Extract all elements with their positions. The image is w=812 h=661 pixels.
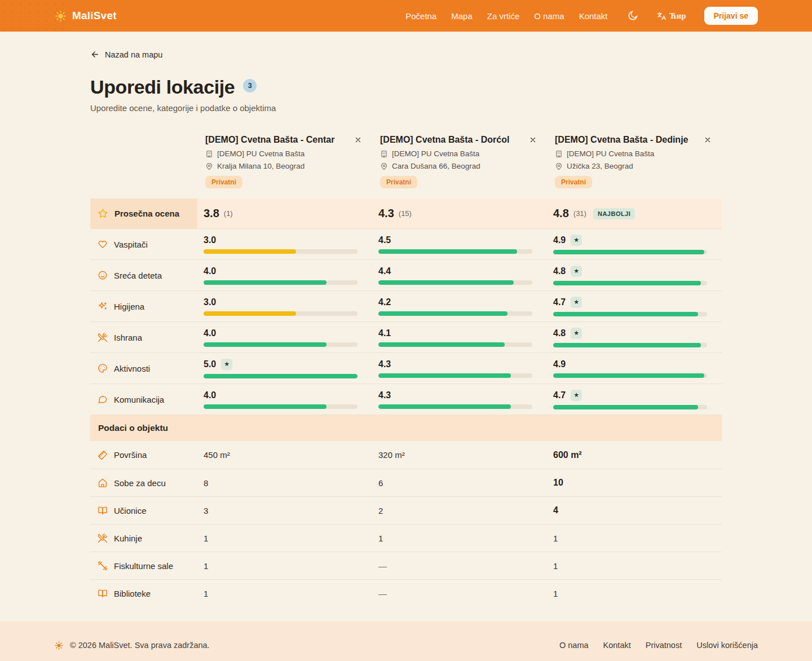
rating-bar — [553, 250, 707, 254]
nav-za-vrtice[interactable]: Za vrtiće — [487, 11, 520, 21]
rating-cell: 4.8★ — [547, 266, 722, 285]
type-badge: Privatni — [555, 176, 592, 188]
review-count: (31) — [573, 209, 586, 218]
facility-value: 6 — [372, 478, 547, 488]
signin-button[interactable]: Prijavi se — [704, 7, 758, 25]
back-link-label: Nazad na mapu — [105, 50, 162, 59]
rating-cell: 4.0★ — [197, 390, 372, 409]
rating-bar — [204, 374, 358, 378]
score-value: 4.7 — [553, 390, 566, 400]
score-value: 4.8 — [553, 266, 566, 276]
rating-bar — [553, 343, 707, 347]
rating-cell: 4.8★ — [547, 328, 722, 347]
facility-value: 450 m² — [197, 450, 372, 460]
review-count: (15) — [399, 209, 412, 218]
rating-cell: 4.3★ — [372, 359, 547, 378]
brand-logo[interactable]: MaliSvet — [54, 10, 117, 23]
facility-value: 1 — [197, 534, 372, 543]
row-label-cell: Učionice — [90, 505, 197, 515]
rating-cell: 4.9★ — [547, 235, 722, 254]
compare-count-badge: 3 — [243, 79, 257, 92]
score-value: 4.3 — [378, 359, 391, 369]
rating-row-komunikacija: Komunikacija 4.0★ 4.3★ 4.7★ — [90, 384, 722, 415]
moon-icon — [627, 10, 638, 21]
smiley-icon — [98, 270, 108, 280]
language-toggle[interactable]: Ћир — [656, 11, 686, 21]
remove-location-button[interactable] — [528, 135, 538, 145]
building-icon — [205, 150, 213, 158]
row-label-cell: Fiskulturne sale — [90, 561, 197, 571]
row-label-cell: Prosečna ocena — [90, 199, 197, 228]
rating-bar — [378, 342, 532, 347]
row-label-cell: Sobe za decu — [90, 478, 197, 488]
row-label-cell: Higijena — [90, 301, 197, 311]
dumbbell-icon — [98, 561, 108, 571]
facility-section-header: Podaci o objektu — [90, 415, 722, 441]
palette-icon — [98, 363, 108, 373]
rating-bar — [204, 311, 358, 316]
score-value: 4.0 — [204, 328, 216, 338]
score-value: 4.3 — [378, 390, 391, 400]
rating-bar — [378, 373, 532, 378]
average-rating-row: Prosečna ocena 3.8 (1) 4.3 (15) 4.8 (31)… — [90, 199, 722, 228]
arrow-left-icon — [90, 50, 100, 59]
footer-link-o-nama[interactable]: O nama — [559, 641, 589, 650]
row-label: Higijena — [114, 302, 144, 311]
facility-value: 1 — [197, 561, 372, 571]
best-badge: NAJBOLJI — [593, 208, 635, 219]
back-to-map-link[interactable]: Nazad na mapu — [90, 50, 162, 59]
row-label-cell: Aktivnosti — [90, 363, 197, 373]
facility-row-sobe-za-decu: Sobe za decu 8 6 10 — [90, 469, 722, 496]
sun-icon — [54, 641, 64, 650]
sun-icon — [54, 10, 67, 23]
facility-row-kuhinje: Kuhinje 1 1 1 — [90, 524, 722, 552]
open-book-icon — [98, 588, 108, 598]
rating-bar — [378, 280, 532, 285]
rating-cell: 4.9★ — [547, 359, 722, 378]
location-name: [DEMO] Cvetna Bašta - Dorćol — [380, 134, 530, 146]
nav-mapa[interactable]: Mapa — [451, 11, 473, 21]
rating-bar — [553, 281, 707, 285]
nav-o-nama[interactable]: O nama — [534, 11, 564, 21]
building-icon — [555, 150, 563, 158]
rating-bar — [553, 405, 707, 409]
close-icon — [529, 136, 537, 144]
score-value: 4.7 — [553, 297, 566, 307]
remove-location-button[interactable] — [353, 135, 363, 145]
footer-link-privatnost[interactable]: Privatnost — [646, 641, 682, 650]
row-label: Prosečna ocena — [114, 209, 179, 218]
type-badge: Privatni — [380, 176, 417, 188]
score-value: 4.8 — [553, 328, 566, 338]
facility-value: 1 — [547, 534, 722, 543]
facility-value: 1 — [197, 589, 372, 598]
page-footer: © 2026 MaliSvet. Sva prava zadržana. O n… — [0, 622, 812, 661]
rating-row-vaspitaci: Vaspitači 3.0★ 4.5★ 4.9★ — [90, 228, 722, 259]
facility-row-biblioteke: Biblioteke 1 — 1 — [90, 579, 722, 607]
row-label: Učionice — [114, 506, 147, 515]
row-label-cell: Površina — [90, 450, 197, 460]
footer-link-kontakt[interactable]: Kontakt — [603, 641, 631, 650]
footer-nav: O nama Kontakt Privatnost Uslovi korišće… — [559, 641, 758, 650]
score-value: 4.1 — [378, 328, 391, 338]
rating-bar — [553, 312, 707, 316]
score-value: 4.4 — [378, 266, 391, 276]
score-value: 4.0 — [204, 266, 216, 276]
facility-value: 10 — [547, 478, 722, 488]
facility-value: 2 — [372, 506, 547, 515]
average-value-cell: 3.8 (1) — [197, 199, 372, 228]
remove-location-button[interactable] — [703, 135, 713, 145]
location-org: [DEMO] PU Cvetna Bašta — [567, 149, 654, 158]
nav-pocetna[interactable]: Početna — [405, 11, 436, 21]
average-score: 3.8 — [204, 207, 219, 220]
rating-row-sreca-deteta: Sreća deteta 4.0★ 4.4★ 4.8★ — [90, 259, 722, 290]
facility-row-fiskulturne-sale: Fiskulturne sale 1 — 1 — [90, 552, 722, 579]
dark-mode-toggle[interactable] — [627, 10, 638, 21]
nav-kontakt[interactable]: Kontakt — [579, 11, 608, 21]
location-name: [DEMO] Cvetna Bašta - Centar — [205, 134, 355, 146]
facility-row-povrsina: Površina 450 m² 320 m² 600 m² — [90, 441, 722, 469]
ruler-icon — [98, 450, 108, 460]
footer-link-uslovi[interactable]: Uslovi korišćenja — [696, 641, 758, 650]
score-value: 4.0 — [204, 390, 216, 400]
rating-cell: 4.2★ — [372, 297, 547, 316]
rating-cell: 5.0★ — [197, 359, 372, 378]
